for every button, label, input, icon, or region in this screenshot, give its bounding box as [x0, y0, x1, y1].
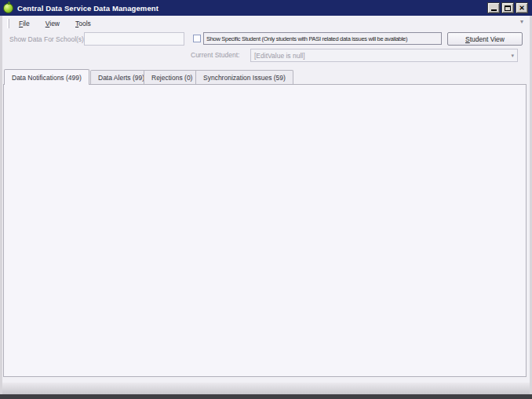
school-filter-label: Show Data For School(s):: [9, 35, 86, 43]
minimize-button[interactable]: [487, 2, 500, 13]
menu-tools[interactable]: Tools: [69, 18, 97, 29]
minimize-icon: [491, 9, 497, 11]
menu-file[interactable]: File: [13, 18, 36, 29]
chevron-down-icon: ▾: [511, 53, 514, 59]
current-student-combo[interactable]: [EditValue is null] ▾: [250, 49, 518, 62]
menu-view[interactable]: View: [39, 18, 66, 29]
maximize-icon: [505, 5, 511, 11]
current-student-value: [EditValue is null]: [254, 52, 305, 60]
window-bottom-edge: [0, 394, 532, 399]
maximize-button[interactable]: [501, 2, 514, 13]
titlebar[interactable]: Central Data Service Data Management ✕: [0, 0, 532, 16]
tab-data-notifications[interactable]: Data Notifications (499): [4, 69, 89, 85]
menu-grip-handle[interactable]: [7, 19, 9, 28]
current-student-label: Current Student:: [191, 51, 239, 59]
specific-student-checkbox[interactable]: [193, 35, 201, 42]
toolbar-overflow-icon[interactable]: ▾: [520, 18, 523, 25]
status-bar: [2, 383, 530, 394]
tab-rejections[interactable]: Rejections (0): [144, 70, 200, 84]
tab-synchronization-issues[interactable]: Synchronization Issues (59): [195, 70, 293, 84]
student-view-button[interactable]: Student View: [447, 32, 523, 46]
window-title: Central Data Service Data Management: [17, 4, 487, 13]
close-icon: ✕: [519, 5, 524, 12]
school-filter-input[interactable]: [84, 32, 184, 46]
app-icon: [3, 3, 13, 13]
menu-bar: File View Tools ▾: [2, 16, 530, 31]
close-button[interactable]: ✕: [516, 2, 528, 13]
tab-page: [3, 84, 527, 377]
specific-student-label[interactable]: Show Specific Student (Only students wit…: [203, 32, 442, 45]
